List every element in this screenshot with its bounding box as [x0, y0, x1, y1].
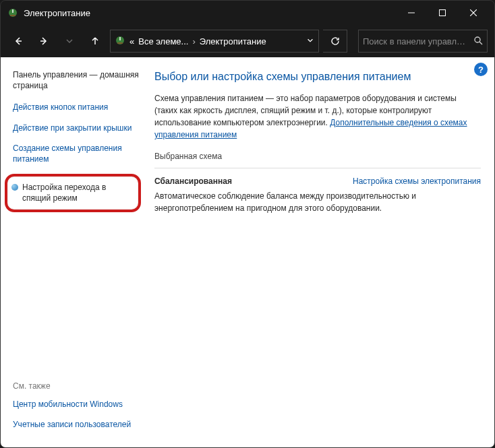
plan-name: Сбалансированная — [154, 177, 232, 186]
page-description: Схема управления питанием — это набор па… — [154, 92, 481, 141]
main-panel: ? Выбор или настройка схемы управления п… — [142, 57, 494, 447]
search-icon — [473, 36, 483, 47]
help-icon[interactable]: ? — [474, 63, 488, 76]
sidebar-link-mobility[interactable]: Центр мобильности Windows — [13, 399, 140, 410]
breadcrumb-prefix: « — [129, 36, 134, 46]
breadcrumb[interactable]: « Все элеме... › Электропитание — [110, 30, 319, 53]
search-placeholder: Поиск в панели управлен... — [363, 36, 469, 46]
titlebar: Электропитание — [1, 1, 494, 25]
refresh-button[interactable] — [323, 30, 347, 53]
window: Электропитание « Все элеме... › Электроп… — [0, 0, 495, 448]
svg-rect-3 — [440, 10, 446, 16]
bullet-icon — [11, 184, 18, 191]
back-button[interactable] — [7, 30, 29, 52]
sidebar-link-create-plan[interactable]: Создание схемы управления питанием — [13, 143, 140, 164]
breadcrumb-item-1[interactable]: Все элеме... — [138, 36, 188, 46]
forward-button[interactable] — [33, 30, 55, 52]
section-label: Выбранная схема — [154, 152, 481, 161]
see-also-label: См. также — [13, 381, 140, 391]
svg-rect-1 — [10, 15, 16, 16]
content-area: Панель управления — домашняя страница Де… — [1, 57, 494, 447]
svg-rect-9 — [117, 42, 123, 44]
sidebar-link-power-buttons[interactable]: Действия кнопок питания — [13, 102, 140, 113]
close-button[interactable] — [458, 1, 489, 25]
power-plan-row: Сбалансированная Настройка схемы электро… — [154, 177, 481, 186]
breadcrumb-item-2[interactable]: Электропитание — [200, 36, 266, 46]
search-input[interactable]: Поиск в панели управлен... — [358, 30, 488, 53]
plan-description: Автоматическое соблюдение баланса между … — [154, 190, 481, 214]
window-title: Электропитание — [24, 8, 396, 18]
sidebar: Панель управления — домашняя страница Де… — [1, 57, 142, 447]
history-chevron-icon[interactable] — [59, 30, 80, 52]
maximize-button[interactable] — [427, 1, 458, 25]
navbar: « Все элеме... › Электропитание Поиск в … — [1, 25, 494, 57]
sidebar-link-lid-action[interactable]: Действие при закрытии крышки — [13, 123, 140, 133]
up-button[interactable] — [84, 30, 106, 52]
sidebar-home-link[interactable]: Панель управления — домашняя страница — [13, 69, 140, 91]
chevron-down-icon[interactable] — [306, 36, 314, 46]
sidebar-link-sleep-label: Настройка перехода в спящий режим — [22, 182, 132, 203]
page-heading: Выбор или настройка схемы управления пит… — [154, 71, 481, 83]
sidebar-link-sleep-settings[interactable]: Настройка перехода в спящий режим — [11, 182, 132, 203]
highlight-annotation: Настройка перехода в спящий режим — [5, 174, 141, 212]
svg-line-11 — [479, 42, 482, 44]
chevron-right-icon: › — [192, 36, 195, 46]
minimize-button[interactable] — [396, 1, 427, 25]
power-icon — [7, 7, 18, 18]
plan-settings-link[interactable]: Настройка схемы электропитания — [353, 177, 481, 186]
breadcrumb-icon — [115, 35, 125, 48]
svg-point-10 — [475, 37, 480, 42]
sidebar-link-accounts[interactable]: Учетные записи пользователей — [13, 419, 140, 430]
divider — [154, 168, 481, 168]
